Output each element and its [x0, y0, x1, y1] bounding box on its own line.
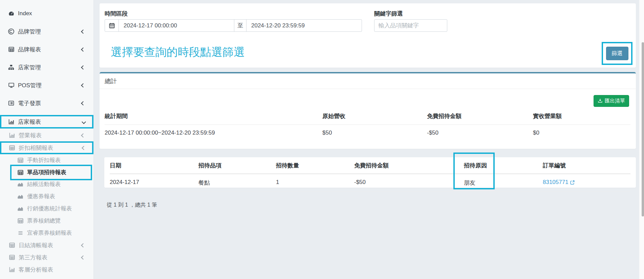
chevron-left-icon [81, 83, 85, 88]
chart-bar-icon [8, 266, 16, 273]
sidebar-item-label: 日結清帳報表 [19, 241, 53, 249]
sidebar-item-store-management[interactable]: 店家管理 [0, 61, 93, 73]
sidebar-item-label: 優惠券報表 [27, 193, 55, 200]
stats-value: -$50 [427, 125, 533, 141]
copyright-icon [7, 28, 15, 35]
order-number: 83105771 [543, 179, 568, 186]
list-icon [17, 230, 24, 236]
table-column-header: 日期 [110, 157, 198, 174]
list-alt-icon [7, 100, 15, 106]
time-range-label: 時間區段 [105, 10, 128, 18]
chevron-left-icon [81, 29, 85, 34]
sidebar-item-label: 手動折扣報表 [27, 157, 61, 164]
chevron-left-icon [81, 47, 85, 52]
summary-panel: 總計 匯出清單 統計期間原始營收免費招待金額實收營業額 2024-12-17 0… [100, 72, 636, 149]
table-row: 2024-12-17餐點1-$50朋友83105771 [104, 174, 636, 191]
sidebar-item-label: 單品項招待報表 [27, 169, 66, 176]
chart-bar-icon [7, 119, 15, 125]
order-number-link[interactable]: 83105771 [543, 179, 575, 186]
stats-value: $50 [322, 125, 427, 141]
stats-column-header: 實收營業額 [533, 109, 630, 125]
vertical-scrollbar[interactable] [639, 0, 644, 279]
stats-column-header: 免費招待金額 [427, 109, 533, 125]
date-from-input[interactable] [119, 20, 234, 31]
chevron-left-icon [82, 146, 86, 150]
table-column-header: 招待品項 [198, 157, 276, 174]
chart-area-icon [17, 181, 24, 187]
sidebar-item-checkout-activity-report[interactable]: 結帳活動報表 [0, 178, 93, 190]
date-to-separator: 至 [234, 20, 246, 31]
table-column-header: 訂單編號 [543, 157, 630, 174]
table-cell: 餐點 [198, 174, 276, 191]
filter-button-highlight-box: 篩選 [602, 42, 632, 65]
external-link-icon [570, 180, 575, 185]
table-cell: 1 [276, 174, 354, 191]
sidebar-item-marketing-promo-stats-report[interactable]: 行銷優惠統計報表 [0, 203, 93, 215]
chart-bar-icon [8, 132, 16, 138]
table-icon [17, 218, 24, 224]
treat-report-table: 日期招待品項招待數量免費招待金額招待原因訂單編號 2024-12-17餐點1-$… [104, 157, 636, 188]
app-window: Index品牌管理品牌報表店家管理POS管理電子發票店家報表營業報表折扣相關報表… [0, 0, 644, 279]
sidebar-item-label: 結帳活動報表 [27, 181, 61, 188]
sidebar-item-third-party-reports[interactable]: 第三方報表 [0, 251, 93, 263]
table-icon [17, 169, 24, 176]
calendar-icon[interactable] [105, 20, 119, 31]
instruction-annotation: 選擇要查詢的時段點選篩選 [111, 45, 245, 60]
sidebar-item-daily-settlement-reports[interactable]: 日結清帳報表 [0, 239, 93, 251]
sidebar-item-coupon-report[interactable]: 優惠券報表 [0, 190, 93, 203]
stats-value: $0 [533, 125, 630, 141]
table-icon [17, 157, 24, 163]
date-to-input[interactable] [246, 20, 362, 31]
sidebar-item-label: 品牌管理 [18, 28, 41, 36]
sidebar-item-label: 營業報表 [19, 132, 42, 139]
sidebar-item-label: 票券核銷總覽 [27, 217, 61, 225]
sidebar: Index品牌管理品牌報表店家管理POS管理電子發票店家報表營業報表折扣相關報表… [0, 0, 94, 279]
scrollbar-thumb[interactable] [642, 42, 644, 216]
stats-column-header: 原始營收 [322, 109, 427, 125]
sidebar-item-discount-related-reports[interactable]: 折扣相關報表 [0, 141, 93, 154]
summary-panel-title: 總計 [100, 73, 636, 89]
main-content: 時間區段 關鍵字篩選 至 [94, 0, 644, 279]
table-icon [7, 46, 15, 52]
keyword-filter-label: 關鍵字篩選 [374, 10, 403, 18]
table-column-header: 招待數量 [276, 157, 354, 174]
table-column-header: 免費招待金額 [354, 157, 464, 174]
tachometer-icon [7, 10, 15, 17]
sidebar-item-voucher-redeem-overview[interactable]: 票券核銷總覽 [0, 215, 93, 227]
filter-card: 時間區段 關鍵字篩選 至 [100, 3, 636, 68]
sidebar-item-brand-management[interactable]: 品牌管理 [0, 25, 93, 38]
export-list-button[interactable]: 匯出清單 [594, 95, 629, 107]
keyword-input[interactable] [374, 19, 447, 32]
sidebar-item-customer-analysis-report[interactable]: 客層分析報表 [0, 263, 93, 276]
sidebar-item-index[interactable]: Index [0, 7, 93, 20]
summary-stats: 統計期間原始營收免費招待金額實收營業額 2024-12-17 00:00:00~… [105, 109, 630, 141]
sidebar-item-sales-reports[interactable]: 營業報表 [0, 129, 93, 141]
chevron-left-icon [81, 133, 85, 138]
stats-column-header: 統計期間 [105, 109, 322, 125]
table-icon [8, 254, 16, 260]
sidebar-item-pos-management[interactable]: POS管理 [0, 79, 93, 91]
sidebar-item-label: 電子發票 [18, 99, 41, 107]
table-cell-order: 83105771 [543, 174, 630, 191]
pagination-summary: 從 1 到 1 ，總共 1 筆 [107, 202, 157, 209]
table-cell: 2024-12-17 [110, 174, 198, 191]
chevron-down-icon [82, 120, 86, 124]
sidebar-item-label: 品牌報表 [18, 46, 41, 53]
sitemap-icon [7, 64, 15, 70]
sidebar-item-label: 折扣相關報表 [19, 144, 53, 152]
export-list-button-label: 匯出清單 [605, 98, 625, 104]
sidebar-item-edenred-voucher-report[interactable]: 宜睿票券核銷報表 [0, 227, 93, 239]
sidebar-item-brand-reports[interactable]: 品牌報表 [0, 43, 93, 55]
sidebar-item-store-reports[interactable]: 店家報表 [0, 115, 93, 129]
table-cell: -$50 [354, 174, 464, 191]
date-range-input-group: 至 [105, 19, 362, 32]
chart-area-icon [17, 193, 24, 200]
table-cell: 朋友 [464, 174, 543, 191]
stats-value: 2024-12-17 00:00:00~2024-12-20 23:59:59 [105, 125, 322, 141]
download-icon [598, 98, 603, 104]
sidebar-item-label: Index [18, 10, 32, 17]
table-column-header: 招待原因 [464, 157, 543, 174]
sidebar-item-e-invoice[interactable]: 電子發票 [0, 97, 93, 109]
sidebar-item-label: 宜睿票券核銷報表 [27, 229, 72, 237]
filter-button[interactable]: 篩選 [606, 47, 628, 60]
